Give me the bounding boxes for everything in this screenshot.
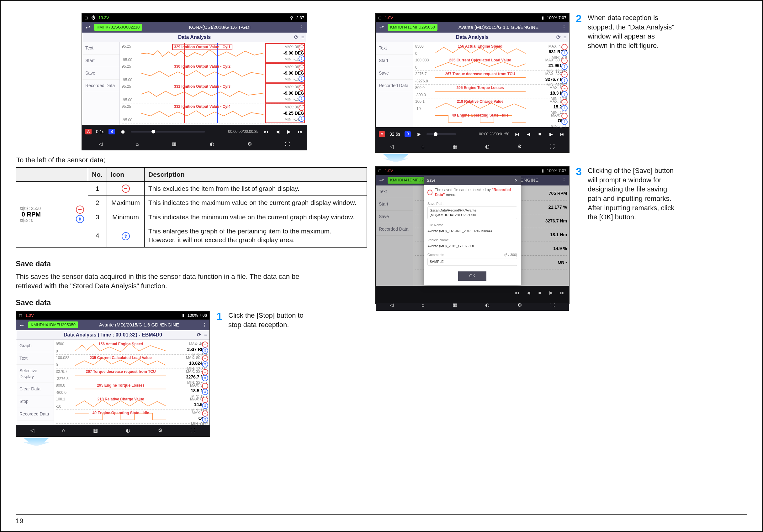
- expand-icon[interactable]: ⇕: [298, 55, 305, 62]
- remove-icon[interactable]: −: [298, 44, 305, 51]
- sidebar-item[interactable]: Recorded Data: [82, 80, 120, 92]
- expand-icon: ⇕: [76, 215, 84, 223]
- cursor-a-tag[interactable]: A: [85, 129, 92, 134]
- down-arrow-icon: [24, 438, 49, 446]
- screenshot-save-step3: ◻1.0V ▮100% 7:07 ⮐KMHDH41DMFU295050Avant…: [375, 166, 570, 304]
- menu-icon[interactable]: ≡: [301, 34, 304, 41]
- info-icon: i: [427, 190, 432, 196]
- settings-icon[interactable]: ⚙: [248, 141, 252, 147]
- rewind-icon[interactable]: ⏮: [263, 129, 270, 135]
- capture-icon[interactable]: ⛶: [285, 141, 290, 147]
- down-arrow-icon: [383, 154, 408, 162]
- status-bar: ◻⏻13.3V ⚲2:37: [82, 14, 307, 22]
- graph-row: 95.25-95.00 330 Ignition Output Value - …: [122, 63, 305, 83]
- row-example-cell: 최대: 2550 0 RPM 최소: 0 − ⇕: [16, 182, 88, 247]
- header-bar: ⮐ KMHK781SGJU002210 KONA(OS)/2018/G 1.6 …: [82, 22, 307, 33]
- close-icon[interactable]: ✕: [515, 178, 518, 183]
- save-heading: Save data: [16, 259, 367, 269]
- forward-icon[interactable]: ⏭: [297, 129, 303, 135]
- expand-icon: ⇕: [122, 232, 130, 240]
- save-intro: This saves the sensor data acquired in t…: [16, 272, 314, 291]
- sidebar: Text Start Save Recorded Data: [82, 42, 120, 125]
- record-icon[interactable]: ◉: [120, 129, 126, 135]
- vehicle-title: KONA(OS)/2018/G 1.6 T-GDI: [145, 24, 294, 31]
- playback-bar: A 0.1s B ◉ 00:00:00/00:00:35 ⏮ ◀ ▶ ⏭: [82, 125, 307, 138]
- graph-row: 95.25-95.00 332 Ignition Output Value - …: [122, 103, 305, 124]
- sidebar-item[interactable]: Start: [82, 54, 120, 67]
- sidebar-item[interactable]: Save: [82, 67, 120, 80]
- remove-icon[interactable]: −: [298, 85, 305, 91]
- system-navbar: ◁ ⌂ ▦ ◐ ⚙ ⛶: [82, 138, 307, 150]
- file-name-field: Avante (MD)_ENGINE_20180130-190943: [427, 228, 517, 234]
- gauge-icon[interactable]: ◐: [210, 141, 214, 147]
- save-path-field[interactable]: GscanData/Record/HK/Avante (MD)/KMHDH412…: [427, 207, 517, 219]
- prev-icon[interactable]: ◀: [274, 129, 281, 135]
- back-icon[interactable]: ◁: [99, 141, 103, 147]
- play-icon[interactable]: ▶: [285, 129, 292, 135]
- graph-area: 95.25-95.00 329 Ignition Output Value - …: [120, 42, 307, 125]
- dialog-title: Save: [427, 178, 435, 183]
- table-caption: To the left of the sensor data;: [16, 155, 367, 165]
- timecode: 00:00:00/00:00:35: [209, 129, 259, 134]
- page-number: 19: [16, 516, 23, 526]
- remove-icon[interactable]: −: [298, 64, 305, 71]
- screenshot-save-step2: ◻1.0V ▮100% 7:07 ⮐ KMHDH41DMFU295050 Ava…: [375, 13, 570, 153]
- expand-icon[interactable]: ⇕: [298, 75, 305, 82]
- section-title: Data Analysis ⟳ ≡: [82, 33, 307, 42]
- cursor-b-tag[interactable]: B: [109, 129, 115, 134]
- vehicle-name-field: Avante (MD)_2015_G 1.6 GDI: [427, 243, 517, 249]
- callout-3: 3 Clicking of the [Save] button will pro…: [576, 166, 676, 222]
- footer-rule: [16, 514, 747, 515]
- expand-icon[interactable]: ⇕: [298, 96, 305, 102]
- refresh-icon[interactable]: ⟳: [294, 34, 298, 41]
- save-subheading: Save data: [16, 298, 367, 308]
- remove-icon: −: [76, 206, 84, 214]
- remove-icon: −: [122, 185, 130, 193]
- home-icon[interactable]: ⌂: [136, 141, 139, 147]
- comments-input[interactable]: SAMPLE: [427, 258, 517, 266]
- ok-button[interactable]: OK: [458, 271, 487, 281]
- menu-icon[interactable]: ≡: [204, 331, 207, 338]
- menu-icon[interactable]: ⋮: [200, 322, 207, 328]
- screenshot-save-step1: ◻1.0V ▮100% 7:06 ⮐ KMHDH41DMFU295050 Ava…: [16, 311, 210, 437]
- expand-icon[interactable]: ⇕: [298, 116, 305, 122]
- remove-icon[interactable]: −: [298, 105, 305, 111]
- callout-2: 2 When data reception is stopped, the "D…: [576, 13, 676, 50]
- back-icon[interactable]: ⮐: [85, 24, 91, 31]
- scrubber[interactable]: [131, 131, 205, 133]
- vin-tag: KMHK781SGJU002210: [94, 24, 142, 31]
- icon-description-table: No. Icon Description 최대: 2550 0 RPM 최: [16, 167, 367, 247]
- back-icon[interactable]: ⮐: [19, 322, 25, 328]
- save-dialog: Save ✕ i The saved file can be checked b…: [424, 176, 521, 285]
- graph-row: 95.25-95.00 331 Ignition Output Value - …: [122, 83, 305, 103]
- apps-icon[interactable]: ▦: [172, 141, 176, 147]
- graph-row: 95.25-95.00 329 Ignition Output Value - …: [122, 43, 305, 63]
- screenshot-data-analysis-cursors: ◻⏻13.3V ⚲2:37 ⮐ KMHK781SGJU002210 KONA(O…: [81, 13, 307, 150]
- callout-1: 1 Click the [Stop] button to stop data r…: [216, 311, 316, 329]
- sidebar-item[interactable]: Text: [82, 42, 120, 54]
- menu-icon[interactable]: ⋮: [297, 24, 304, 31]
- refresh-icon[interactable]: ⟳: [197, 331, 201, 338]
